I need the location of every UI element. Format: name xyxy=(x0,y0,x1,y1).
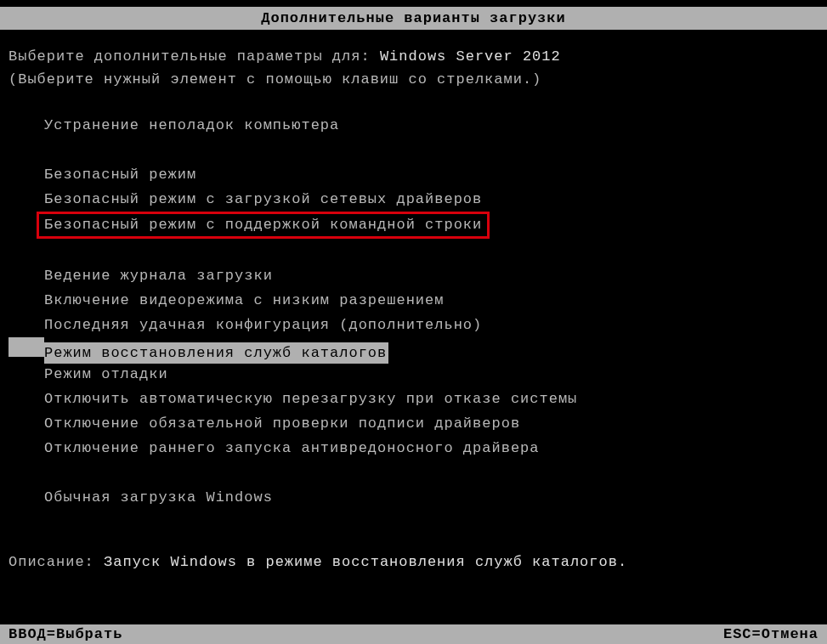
title-text: Дополнительные варианты загрузки xyxy=(261,10,565,26)
os-name: Windows Server 2012 xyxy=(380,48,561,65)
content-area: Выберите дополнительные параметры для: W… xyxy=(0,30,827,528)
description-label: Описание: xyxy=(8,554,94,570)
menu-item-normal-boot[interactable]: Обычная загрузка Windows xyxy=(44,485,819,510)
prompt-line: Выберите дополнительные параметры для: W… xyxy=(8,48,819,65)
menu-item-boot-log[interactable]: Ведение журнала загрузки xyxy=(44,263,819,288)
menu-item-repair[interactable]: Устранение неполадок компьютера xyxy=(44,113,819,138)
title-bar: Дополнительные варианты загрузки xyxy=(0,7,827,30)
menu-spacer xyxy=(44,138,819,162)
menu-item-ds-restore[interactable]: Режим восстановления служб каталогов xyxy=(44,337,819,362)
boot-menu[interactable]: Устранение неполадок компьютера Безопасн… xyxy=(8,113,819,510)
description-row: Описание: Запуск Windows в режиме восста… xyxy=(0,554,827,570)
menu-item-safe-mode[interactable]: Безопасный режим xyxy=(44,162,819,187)
prompt-prefix: Выберите дополнительные параметры для: xyxy=(8,48,371,65)
menu-item-low-res[interactable]: Включение видеорежима с низким разрешени… xyxy=(44,288,819,313)
menu-item-safe-mode-cmd[interactable]: Безопасный режим с поддержкой командной … xyxy=(37,212,490,239)
menu-spacer xyxy=(44,460,819,485)
footer-enter: ВВОД=Выбрать xyxy=(8,626,122,642)
menu-spacer xyxy=(44,239,819,263)
instruction-line: (Выберите нужный элемент с помощью клави… xyxy=(8,71,819,88)
footer-bar: ВВОД=Выбрать ESC=Отмена xyxy=(0,624,827,644)
menu-item-safe-mode-net[interactable]: Безопасный режим с загрузкой сетевых дра… xyxy=(44,187,819,212)
menu-item-last-known-good[interactable]: Последняя удачная конфигурация (дополнит… xyxy=(44,313,819,337)
menu-item-debug[interactable]: Режим отладки xyxy=(44,362,819,387)
menu-item-disable-auto-restart[interactable]: Отключить автоматическую перезагрузку пр… xyxy=(44,387,819,411)
footer-esc: ESC=Отмена xyxy=(723,626,819,642)
menu-item-disable-driver-sig[interactable]: Отключение обязательной проверки подписи… xyxy=(44,411,819,436)
description-text: Запуск Windows в режиме восстановления с… xyxy=(104,554,627,570)
menu-item-disable-elam[interactable]: Отключение раннего запуска антивредоносн… xyxy=(44,436,819,460)
